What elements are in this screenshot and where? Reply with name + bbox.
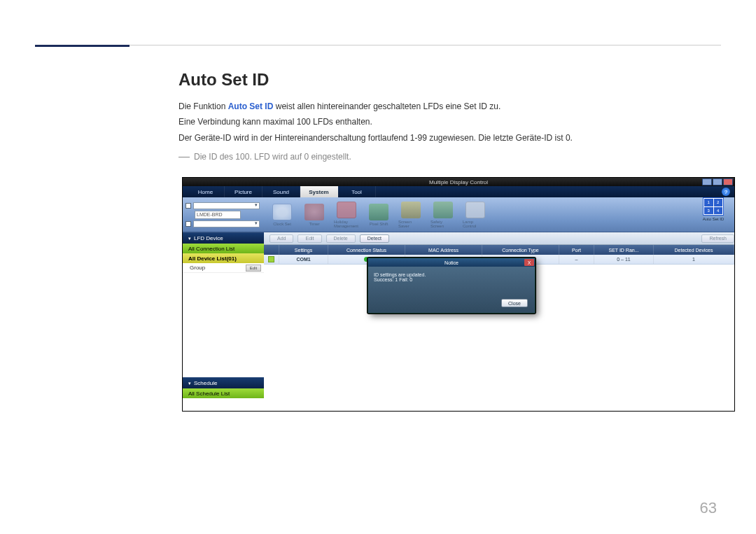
timer-icon[interactable]: Timer	[302, 204, 327, 226]
main-pane: Add Edit Delete Detect Refresh Settings …	[264, 232, 734, 411]
cell-port: –	[559, 255, 594, 264]
th-settings: Settings	[279, 245, 328, 255]
main-tabs: Home Picture Sound System Tool ?	[183, 186, 734, 197]
auto-set-id-label: Auto Set ID	[703, 217, 724, 221]
id-input[interactable]: LMDE-BRD	[195, 211, 241, 219]
paragraph-3: Der Geräte-ID wird in der Hintereinander…	[178, 131, 724, 145]
th-conn-type: Connection Type	[482, 245, 559, 255]
ribbon-icons: Clock Set Timer Holiday Management Pixel…	[262, 197, 699, 232]
app-screenshot: Multiple Display Control Home Picture So…	[182, 177, 735, 412]
cell-settings: COM1	[279, 255, 328, 264]
maximize-button[interactable]	[713, 178, 722, 185]
ribbon-strip: LMDE-BRD Clock Set Timer Holiday Managem…	[183, 197, 734, 232]
detect-button[interactable]: Detect	[360, 234, 389, 243]
page-rule-accent	[35, 45, 130, 47]
checkbox-icon[interactable]	[186, 203, 191, 209]
dialog-ok-button[interactable]: Close	[501, 299, 528, 307]
th-setid-range: SET ID Ran...	[594, 245, 654, 255]
window-titlebar: Multiple Display Control	[183, 178, 734, 186]
device-dropdown[interactable]	[193, 202, 260, 209]
row-checkbox[interactable]	[268, 256, 274, 262]
sidebar-body: Group Edit	[183, 263, 264, 377]
p1-blue: Auto Set ID	[228, 101, 274, 111]
clock-set-icon[interactable]: Clock Set	[270, 204, 295, 226]
sidebar-all-device-list[interactable]: All Device List(01)	[183, 253, 264, 263]
tab-sound[interactable]: Sound	[262, 186, 300, 197]
toolbar: Add Edit Delete Detect Refresh	[264, 232, 734, 245]
dialog-body: ID settings are updated. Success: 1 Fail…	[368, 267, 535, 313]
section-heading: Auto Set ID	[178, 70, 724, 90]
add-button[interactable]: Add	[270, 234, 293, 243]
tab-tool[interactable]: Tool	[338, 186, 376, 197]
tab-system[interactable]: System	[300, 186, 338, 197]
content-block: Auto Set ID Die Funktion Auto Set ID wei…	[178, 70, 724, 162]
ribbon-left: LMDE-BRD	[183, 197, 262, 232]
note-text: Die ID des 100. LFD wird auf 0 eingestel…	[194, 152, 351, 162]
close-window-button[interactable]	[723, 178, 733, 185]
window-controls	[702, 178, 733, 185]
sidebar-all-connection[interactable]: All Connection List	[183, 244, 264, 253]
help-button[interactable]: ?	[722, 188, 730, 196]
safety-screen-icon[interactable]: Safety Screen	[430, 202, 456, 228]
page-rule	[35, 45, 721, 45]
th-detected: Detected Devices	[654, 245, 734, 255]
sidebar: LFD Device All Connection List All Devic…	[183, 232, 264, 411]
page-number: 63	[700, 499, 717, 517]
delete-button[interactable]: Delete	[326, 234, 356, 243]
th-conn-status: Connection Status	[328, 245, 405, 255]
p1-prefix: Die Funktion	[178, 101, 228, 111]
paragraph-1: Die Funktion Auto Set ID weist allen hin…	[178, 99, 724, 113]
edit-button[interactable]: Edit	[298, 234, 321, 243]
notice-dialog: Notice X ID settings are updated. Succes…	[368, 258, 536, 314]
tab-home[interactable]: Home	[187, 186, 225, 197]
holiday-icon[interactable]: Holiday Management	[334, 202, 359, 228]
refresh-button[interactable]: Refresh	[701, 234, 734, 243]
p1-suffix: weist allen hintereinander geschalteten …	[273, 101, 500, 111]
sidebar-header-lfd[interactable]: LFD Device	[183, 232, 264, 244]
dialog-line2: Success: 1 Fail: 0	[374, 277, 529, 282]
window-title: Multiple Display Control	[429, 179, 488, 185]
screen-saver-icon[interactable]: Screen Saver	[398, 202, 424, 228]
th-mac: MAC Address	[405, 245, 482, 255]
cell-detected: 1	[654, 255, 734, 264]
note-row: Die ID des 100. LFD wird auf 0 eingestel…	[178, 152, 724, 162]
auto-set-id-button[interactable]: 1 2 3 4 Auto Set ID	[699, 197, 727, 232]
sidebar-all-schedule[interactable]: All Schedule List	[183, 388, 264, 398]
sidebar-spacer	[183, 398, 264, 411]
lamp-control-icon[interactable]: Lamp Control	[463, 202, 488, 228]
sidebar-group-item[interactable]: Group Edit	[183, 263, 264, 273]
paragraph-2: Eine Verbindung kann maximal 100 LFDs en…	[178, 115, 724, 129]
edit-button[interactable]: Edit	[246, 265, 261, 272]
dialog-line1: ID settings are updated.	[374, 272, 529, 277]
dialog-close-button[interactable]: X	[524, 259, 534, 266]
lower-pane: LFD Device All Connection List All Devic…	[183, 232, 734, 411]
device-dropdown-2[interactable]	[193, 220, 260, 227]
dash-icon	[178, 157, 190, 157]
th-port: Port	[559, 245, 594, 255]
table-header: Settings Connection Status MAC Address C…	[264, 245, 734, 255]
sidebar-header-schedule[interactable]: Schedule	[183, 377, 264, 388]
pixel-shift-icon[interactable]: Pixel Shift	[366, 204, 391, 226]
dialog-title: Notice X	[368, 258, 535, 267]
minimize-button[interactable]	[702, 178, 712, 185]
checkbox-icon[interactable]	[186, 221, 191, 227]
tab-picture[interactable]: Picture	[225, 186, 262, 197]
cell-range: 0 – 11	[594, 255, 654, 264]
th-check	[264, 245, 279, 255]
